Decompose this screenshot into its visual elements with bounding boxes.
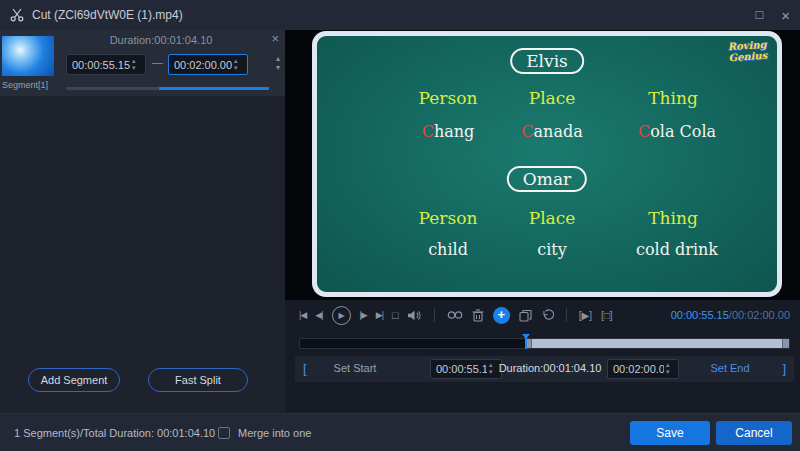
divider	[566, 308, 567, 322]
video-section-title: Omar	[507, 166, 587, 192]
selection-end-handle[interactable]	[782, 339, 789, 348]
skip-start-button[interactable]: |◀	[299, 310, 306, 320]
video-value: cold drink	[636, 240, 718, 259]
video-header: Thing	[648, 88, 698, 108]
video-frame: Roving Genius Elvis Person Place Thing C…	[312, 31, 782, 297]
skip-end-button[interactable]: ▶|	[376, 310, 383, 320]
segments-summary: 1 Segment(s)/Total Duration: 00:01:04.10	[14, 414, 215, 451]
play-button[interactable]: ▶	[332, 306, 351, 325]
copy-icon[interactable]	[519, 309, 532, 322]
segment-card[interactable]: Segment[1] Duration:00:01:04.10 ▴ ▾ — ▴ …	[0, 30, 285, 96]
scissors-icon	[10, 8, 24, 22]
spinner-down-icon[interactable]: ▾	[132, 65, 136, 72]
footer-bar: 1 Segment(s)/Total Duration: 00:01:04.10…	[0, 413, 800, 451]
segment-duration-label: Duration:00:01:04.10	[66, 34, 256, 46]
segment-close-icon[interactable]: ×	[271, 31, 279, 46]
stop-segment-button[interactable]: [□]	[601, 310, 613, 321]
merge-label: Merge into one	[238, 414, 311, 451]
spinner-down-icon[interactable]: ▾	[234, 65, 238, 72]
video-value: Chang	[422, 122, 475, 141]
segment-thumbnail[interactable]	[2, 36, 54, 76]
video-value: Cola Cola	[638, 122, 716, 141]
maximize-button[interactable]: □	[755, 7, 763, 24]
video-value: Canada	[521, 122, 582, 141]
title-bar: Cut (ZCl69dVtW0E (1).mp4) □ ×	[0, 0, 800, 30]
trim-end-spinner[interactable]: ▴ ▾	[666, 360, 670, 378]
channel-logo: Roving Genius	[727, 39, 767, 64]
video-header: Place	[529, 88, 576, 108]
window-title: Cut (ZCl69dVtW0E (1).mp4)	[32, 8, 183, 22]
spinner-down-icon[interactable]: ▾	[489, 369, 493, 376]
step-forward-button[interactable]: |▶	[360, 310, 367, 320]
range-dash: —	[152, 56, 163, 68]
merge-checkbox[interactable]	[218, 427, 230, 439]
segment-progress-bar	[66, 87, 269, 90]
segment-end-spinner[interactable]: ▴ ▾	[234, 55, 238, 74]
video-value: child	[428, 240, 468, 259]
close-button[interactable]: ×	[781, 7, 790, 24]
trim-duration-label: Duration:00:01:04.10	[495, 362, 605, 374]
stop-button[interactable]: □	[392, 309, 398, 321]
add-segment-icon[interactable]: +	[493, 307, 510, 324]
spinner-down-icon[interactable]: ▾	[666, 369, 670, 376]
set-start-button[interactable]: Set Start	[315, 362, 395, 374]
total-time: /00:02:00.00	[729, 309, 790, 321]
video-header: Person	[419, 88, 478, 108]
chevron-up-icon[interactable]: ▴	[276, 54, 280, 63]
timeline-selection[interactable]	[525, 339, 789, 348]
end-bracket: ]	[782, 361, 786, 376]
video-value: city	[537, 240, 567, 259]
trim-start-spinner[interactable]: ▴ ▾	[489, 360, 493, 378]
time-display: 00:00:55.15 /00:02:00.00	[671, 302, 790, 328]
add-segment-button[interactable]: Add Segment	[28, 368, 120, 392]
segment-reorder-arrows[interactable]: ▴ ▾	[276, 54, 280, 72]
playhead[interactable]	[525, 335, 527, 349]
fast-split-button[interactable]: Fast Split	[148, 368, 248, 392]
save-button[interactable]: Save	[630, 421, 710, 445]
cancel-button[interactable]: Cancel	[716, 421, 792, 445]
play-segment-button[interactable]: [▶]	[579, 310, 592, 321]
segment-label: Segment[1]	[2, 80, 48, 90]
volume-icon[interactable]	[407, 309, 422, 322]
reset-icon[interactable]	[541, 309, 554, 322]
video-header: Place	[529, 208, 576, 228]
delete-icon[interactable]	[472, 309, 484, 322]
trim-bar: [ Set Start ▴ ▾ Duration:00:01:04.10 ▴ ▾…	[295, 356, 794, 382]
chevron-down-icon[interactable]: ▾	[276, 63, 280, 72]
segment-start-spinner[interactable]: ▴ ▾	[132, 55, 136, 74]
main-area: Roving Genius Elvis Person Place Thing C…	[285, 30, 800, 413]
timeline-row	[285, 332, 800, 352]
segment-progress-fill	[159, 87, 269, 90]
timeline-track[interactable]	[299, 338, 790, 349]
loop-icon[interactable]	[447, 309, 463, 321]
segment-panel: Segment[1] Duration:00:01:04.10 ▴ ▾ — ▴ …	[0, 30, 285, 413]
video-section-title: Elvis	[510, 48, 584, 74]
current-time: 00:00:55.15	[671, 309, 729, 321]
divider	[434, 308, 435, 322]
video-header: Person	[419, 208, 478, 228]
step-back-button[interactable]: ◀|	[315, 310, 322, 320]
video-preview: Roving Genius Elvis Person Place Thing C…	[285, 30, 800, 300]
start-bracket: [	[303, 361, 307, 376]
video-header: Thing	[648, 208, 698, 228]
set-end-button[interactable]: Set End	[690, 362, 770, 374]
